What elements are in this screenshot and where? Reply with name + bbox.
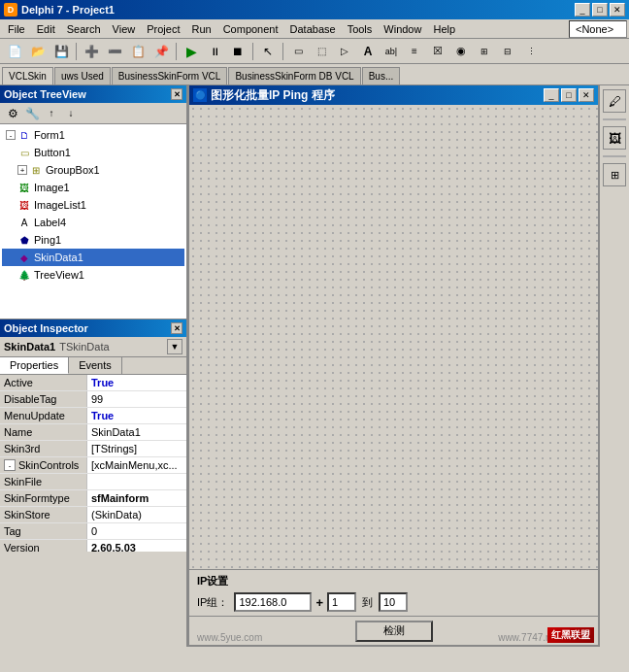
tab-bus-more[interactable]: Bus... — [362, 67, 401, 84]
maximize-button[interactable]: □ — [592, 3, 608, 17]
toggle-btn[interactable]: ▶ — [181, 41, 202, 62]
stop-btn[interactable]: ⏹ — [227, 41, 248, 62]
tree-item-ping1[interactable]: ⬟ Ping1 — [2, 231, 184, 249]
menu-run[interactable]: Run — [185, 19, 216, 38]
menu-search[interactable]: Search — [61, 19, 107, 38]
close-button[interactable]: ✕ — [610, 3, 625, 17]
copy-btn[interactable]: 📋 — [127, 41, 149, 62]
menu-edit[interactable]: Edit — [31, 19, 61, 38]
app-title: Delphi 7 - Project1 — [21, 4, 115, 16]
tree-item-label4[interactable]: A Label4 — [2, 214, 184, 231]
tree-icon-form1: 🗋 — [17, 128, 31, 142]
insp-val-skinstore[interactable]: (SkinData) — [87, 507, 186, 522]
ip-base-input[interactable] — [234, 592, 312, 612]
inner-maximize-button[interactable]: □ — [561, 88, 577, 102]
tree-item-skindata1[interactable]: ◆ SkinData1 — [2, 249, 184, 266]
mini-btn-1[interactable]: 🖊 — [603, 89, 626, 113]
ip-section-title: IP设置 — [197, 574, 590, 588]
frame-tool[interactable]: ⬚ — [311, 41, 332, 62]
save-btn[interactable]: 💾 — [50, 41, 72, 62]
tree-item-treeview1[interactable]: 🌲 TreeView1 — [2, 266, 184, 284]
expand-skincontrols-icon[interactable]: - — [4, 459, 16, 471]
new-btn[interactable]: 📄 — [4, 41, 25, 62]
insp-val-active[interactable]: True — [87, 375, 186, 390]
menu-help[interactable]: Help — [427, 19, 461, 38]
align-tool[interactable]: ≡ — [404, 41, 425, 62]
tree-tb-up[interactable]: ↑ — [43, 105, 60, 122]
insp-val-tag[interactable]: 0 — [87, 523, 186, 539]
mini-btn-3[interactable]: ⊞ — [603, 163, 626, 186]
remove-btn[interactable]: ➖ — [104, 41, 125, 62]
menu-database[interactable]: Database — [284, 19, 342, 38]
tab-vclskin[interactable]: VCLSkin — [2, 67, 53, 84]
insp-val-skinfile[interactable] — [87, 474, 186, 489]
add-btn[interactable]: ➕ — [81, 41, 102, 62]
radio-tool[interactable]: ◉ — [450, 41, 472, 62]
component-none-field[interactable]: <None> — [569, 20, 627, 38]
text-tool[interactable]: A — [357, 41, 379, 62]
pause-btn[interactable]: ⏸ — [204, 41, 225, 62]
tree-item-groupbox1[interactable]: + ⊞ GroupBox1 — [2, 161, 184, 179]
tree-expand-groupbox1[interactable]: + — [17, 165, 27, 175]
toolbar-sep-3 — [252, 43, 253, 60]
inspector-dropdown-button[interactable]: ▼ — [167, 339, 182, 354]
ip-group-label: IP组： — [197, 595, 228, 610]
menu-file[interactable]: File — [2, 19, 31, 38]
treeview-toolbar: ⚙ 🔧 ↑ ↓ — [0, 103, 186, 124]
insp-val-menuupdate[interactable]: True — [87, 408, 186, 423]
ip-start-input[interactable] — [327, 592, 356, 612]
tab-businessskinform-vcl[interactable]: BusinessSkinForm VCL — [112, 67, 228, 84]
detect-button[interactable]: 检测 — [355, 621, 433, 642]
menu-tools[interactable]: Tools — [342, 19, 379, 38]
cursor-tool[interactable]: ↖ — [257, 41, 279, 62]
table-tool[interactable]: ⊞ — [474, 41, 495, 62]
title-bar-buttons: _ □ ✕ — [575, 3, 625, 17]
inspector-tab-properties[interactable]: Properties — [0, 357, 69, 374]
tree-tb-icon2[interactable]: 🔧 — [23, 105, 41, 122]
tree-label-imagelist1: ImageList1 — [34, 199, 86, 211]
select-tool[interactable]: ▷ — [334, 41, 355, 62]
tree-item-button1[interactable]: ▭ Button1 — [2, 144, 184, 161]
form-design-area[interactable] — [189, 105, 598, 569]
open-btn[interactable]: 📂 — [27, 41, 49, 62]
tree-item-imagelist1[interactable]: 🖼 ImageList1 — [2, 196, 184, 214]
insp-val-skinformtype[interactable]: sfMainform — [87, 490, 186, 506]
ip-end-input[interactable] — [379, 592, 408, 612]
tab-businessskinform-db-vcl[interactable]: BusinessSkinForm DB VCL — [228, 67, 360, 84]
tree-icon-ping1: ⬟ — [17, 233, 31, 247]
inspector-tab-events[interactable]: Events — [69, 357, 122, 374]
tree-tb-down[interactable]: ↓ — [62, 105, 80, 122]
menu-component[interactable]: Component — [217, 19, 284, 38]
menu-window[interactable]: Window — [378, 19, 427, 38]
insp-val-version[interactable]: 2.60.5.03 — [87, 540, 186, 552]
tree-tb-icon1[interactable]: ⚙ — [4, 105, 21, 122]
tree-item-form1[interactable]: - 🗋 Form1 — [2, 126, 184, 144]
treeview-close-button[interactable]: ✕ — [171, 88, 182, 100]
vscroll-tool[interactable]: ⋮ — [520, 41, 542, 62]
insp-val-disabletag[interactable]: 99 — [87, 391, 186, 407]
check-tool[interactable]: ☒ — [427, 41, 448, 62]
menu-project[interactable]: Project — [141, 19, 185, 38]
menu-bar: File Edit Search View Project Run Compon… — [0, 19, 629, 39]
insp-val-skincontrols[interactable]: [xcMainMenu,xc... — [87, 457, 186, 473]
tree-item-image1[interactable]: 🖼 Image1 — [2, 179, 184, 196]
mini-btn-2[interactable]: 🖼 — [603, 126, 626, 150]
watermark-logo: 红黑联盟 — [547, 627, 594, 643]
grid-tool[interactable]: ⊟ — [497, 41, 518, 62]
treeview-title: Object TreeView — [4, 88, 86, 100]
treeview-content[interactable]: - 🗋 Form1 ▭ Button1 + ⊞ GroupBox1 🖼 — [0, 124, 186, 319]
tree-expand-form1[interactable]: - — [6, 130, 16, 140]
field-tool[interactable]: ab| — [381, 41, 402, 62]
inspector-close-button[interactable]: ✕ — [171, 322, 182, 334]
menu-view[interactable]: View — [107, 19, 142, 38]
rect-tool[interactable]: ▭ — [287, 41, 309, 62]
insp-val-name[interactable]: SkinData1 — [87, 424, 186, 440]
tab-uws-used[interactable]: uws Used — [54, 67, 111, 84]
inner-minimize-button[interactable]: _ — [544, 88, 559, 102]
inner-close-button[interactable]: ✕ — [579, 88, 594, 102]
insp-val-skin3rd[interactable]: [TStrings] — [87, 441, 186, 456]
inspector-header: SkinData1 TSkinData ▼ — [0, 337, 186, 357]
paste-btn[interactable]: 📌 — [150, 41, 172, 62]
minimize-button[interactable]: _ — [575, 3, 590, 17]
insp-key-active: Active — [0, 375, 87, 390]
